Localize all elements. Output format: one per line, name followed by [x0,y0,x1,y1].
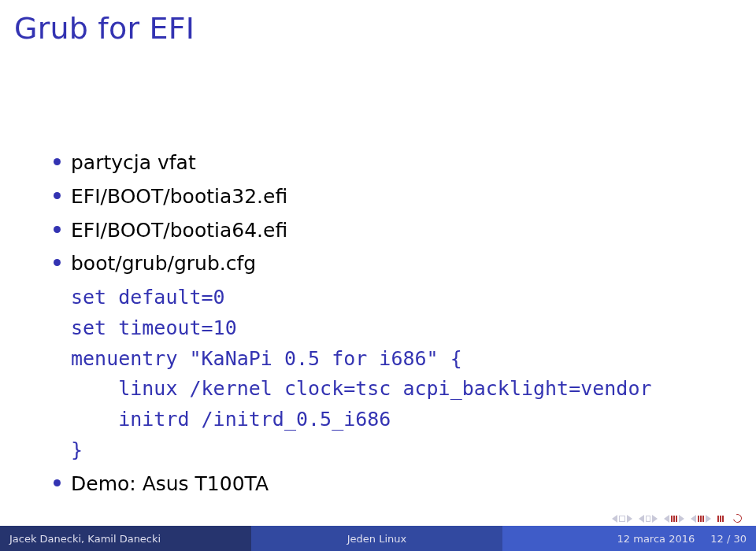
nav-prev-slide-icon[interactable] [664,515,684,523]
bullet-item: boot/grub/grub.cfg [71,249,724,279]
nav-next-slide-icon[interactable] [691,515,711,523]
slide-title: Grub for EFI [0,0,756,46]
nav-prev-section-icon[interactable] [639,515,658,523]
bullet-item: EFI/BOOT/bootia32.efi [71,182,724,213]
footer-right: 12 marca 2016 12 / 30 [502,526,756,551]
slide-content: partycja vfat EFI/BOOT/bootia32.efi EFI/… [0,46,756,499]
footer-title: Jeden Linux [251,526,502,551]
footer: Jacek Danecki, Kamil Danecki Jeden Linux… [0,526,756,551]
footer-page: 12 / 30 [710,533,747,545]
footer-date: 12 marca 2016 [617,533,695,545]
slide: Grub for EFI partycja vfat EFI/BOOT/boot… [0,0,756,551]
nav-first-icon[interactable] [612,515,632,523]
nav-icons [612,514,742,523]
code-block: set default=0 set timeout=10 menuentry "… [71,283,724,466]
footer-author: Jacek Danecki, Kamil Danecki [0,526,251,551]
nav-bars-icon[interactable] [717,516,724,522]
nav-replay-icon[interactable] [732,512,743,524]
bullet-item: partycja vfat [71,148,724,179]
bullet-item: EFI/BOOT/bootia64.efi [71,216,724,246]
bullet-item: Demo: Asus T100TA [71,469,724,500]
